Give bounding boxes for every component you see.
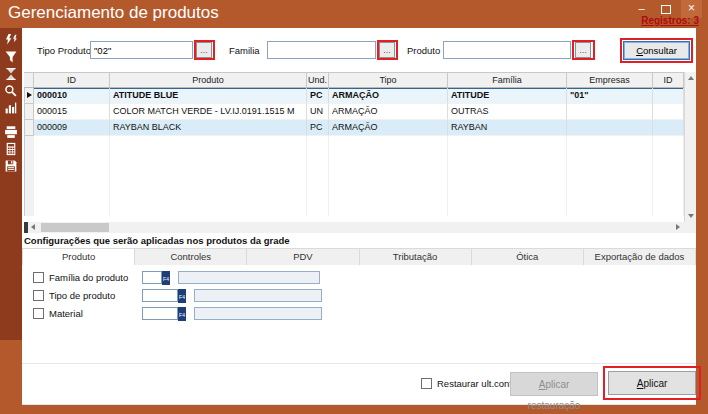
empty-row bbox=[24, 168, 684, 184]
grid-header-und[interactable]: Und. bbox=[307, 73, 329, 87]
cell-empresas bbox=[567, 104, 653, 120]
cell-id2 bbox=[653, 120, 684, 136]
apply-rest: plicar bbox=[643, 378, 667, 389]
horizontal-scrollbar[interactable] bbox=[24, 222, 696, 233]
cell-id: 000010 bbox=[34, 88, 110, 104]
consultar-accel: C bbox=[636, 45, 643, 56]
scrollbar-thumb[interactable] bbox=[41, 223, 109, 232]
cell-empty bbox=[34, 200, 110, 216]
main-content: Tipo Produto ... Familia ... Produto ...… bbox=[22, 28, 696, 405]
config-section-title: Configurações que serão aplicadas nos pr… bbox=[24, 235, 290, 246]
consultar-rest: onsultar bbox=[643, 45, 677, 56]
refresh-icon[interactable] bbox=[4, 33, 18, 47]
familia-description-field bbox=[178, 271, 320, 284]
tipo-produto-input[interactable] bbox=[90, 41, 193, 59]
cell-empty bbox=[653, 200, 684, 216]
cell-id2 bbox=[653, 104, 684, 120]
material-description-field bbox=[194, 307, 322, 320]
produto-input[interactable] bbox=[443, 41, 571, 59]
restore-config-row: Restaurar ult.config. bbox=[421, 378, 522, 389]
tipo-produto-checkbox[interactable] bbox=[33, 290, 44, 301]
cell-empresas: "01" bbox=[567, 88, 653, 104]
title-bar: Gerenciamento de produtos – × Registros:… bbox=[0, 0, 708, 28]
produto-lookup-button[interactable]: ... bbox=[575, 42, 591, 58]
hourglass-icon[interactable] bbox=[4, 67, 18, 81]
cell-familia: RAYBAN bbox=[448, 120, 567, 136]
calculator-icon[interactable] bbox=[4, 142, 18, 156]
zoom-icon[interactable] bbox=[4, 84, 18, 98]
tab-controles[interactable]: Controles bbox=[135, 248, 247, 266]
row-selector bbox=[24, 200, 34, 216]
cell-empty bbox=[307, 200, 329, 216]
tab-produto[interactable]: Produto bbox=[22, 248, 135, 266]
familia-input[interactable] bbox=[267, 41, 376, 59]
empty-row bbox=[24, 200, 684, 216]
empty-row bbox=[24, 184, 684, 200]
tipo-produto-lookup-button[interactable]: ... bbox=[196, 42, 212, 58]
cell-und: UN bbox=[307, 104, 329, 120]
familia-label: Familia bbox=[229, 45, 260, 56]
cell-empty bbox=[448, 168, 567, 184]
grid-header-produto[interactable]: Produto bbox=[110, 73, 307, 87]
tipo-f4-lookup-button[interactable]: F4 bbox=[178, 289, 186, 303]
cell-empty bbox=[34, 184, 110, 200]
cell-empty bbox=[110, 136, 307, 152]
maximize-icon bbox=[661, 5, 671, 14]
grid-header-id[interactable]: ID bbox=[34, 73, 110, 87]
table-row[interactable]: 000015 COLOR MATCH VERDE - LV.IJ.0191.15… bbox=[24, 104, 684, 120]
tab-tributacao[interactable]: Tributação bbox=[360, 248, 472, 266]
cell-empty bbox=[448, 184, 567, 200]
grid-header-empresas[interactable]: Empresas bbox=[567, 73, 653, 87]
material-checkbox[interactable] bbox=[33, 308, 44, 319]
save-icon[interactable] bbox=[4, 159, 18, 173]
table-row[interactable]: 000010 ATITUDE BLUE PC ARMAÇÃO ATITUDE "… bbox=[24, 88, 684, 104]
grid-header-tipo[interactable]: Tipo bbox=[329, 73, 448, 87]
cell-familia: ATITUDE bbox=[448, 88, 567, 104]
material-checkbox-row: Material bbox=[33, 308, 83, 319]
registros-link[interactable]: Registros: 3 bbox=[641, 15, 699, 26]
scroll-left-icon[interactable] bbox=[31, 224, 35, 230]
familia-f4-lookup-button[interactable]: F4 bbox=[162, 271, 170, 285]
empty-row bbox=[24, 136, 684, 152]
material-code-field[interactable] bbox=[142, 307, 178, 320]
grid-corner bbox=[24, 222, 28, 233]
tipo-description-field bbox=[194, 289, 322, 302]
material-f4-lookup-button[interactable]: F4 bbox=[178, 307, 186, 321]
familia-lookup-button[interactable]: ... bbox=[379, 42, 395, 58]
cell-empty bbox=[329, 136, 448, 152]
tab-pdv[interactable]: PDV bbox=[247, 248, 359, 266]
print-icon[interactable] bbox=[4, 125, 18, 139]
cell-empty bbox=[448, 136, 567, 152]
chart-icon[interactable] bbox=[4, 101, 18, 115]
tipo-code-field[interactable] bbox=[142, 289, 178, 302]
tipo-produto-label: Tipo Produto bbox=[37, 45, 91, 56]
tipo-produto-checkbox-label: Tipo de produto bbox=[49, 290, 115, 301]
cell-empty bbox=[307, 136, 329, 152]
grid-header-familia[interactable]: Família bbox=[448, 73, 567, 87]
familia-code-field[interactable] bbox=[142, 271, 162, 284]
cell-und: PC bbox=[307, 120, 329, 136]
consultar-button[interactable]: Consultar bbox=[623, 41, 690, 60]
tab-exportacao[interactable]: Exportação de dados bbox=[584, 248, 696, 266]
grid-header-id2[interactable]: ID bbox=[653, 73, 684, 87]
scroll-right-icon[interactable] bbox=[676, 224, 680, 230]
apply-button[interactable]: Aplicar bbox=[608, 371, 696, 395]
scroll-down-icon[interactable] bbox=[688, 214, 694, 218]
cell-empty bbox=[34, 168, 110, 184]
cell-empty bbox=[653, 168, 684, 184]
cell-produto: COLOR MATCH VERDE - LV.IJ.0191.1515 M bbox=[110, 104, 307, 120]
vertical-scrollbar[interactable] bbox=[684, 72, 696, 222]
restore-config-checkbox[interactable] bbox=[421, 378, 432, 389]
cell-und: PC bbox=[307, 88, 329, 104]
cell-empty bbox=[307, 152, 329, 168]
table-row[interactable]: 000009 RAYBAN BLACK PC ARMAÇÃO RAYBAN bbox=[24, 120, 684, 136]
filter-icon[interactable] bbox=[4, 50, 18, 64]
tab-otica[interactable]: Ótica bbox=[472, 248, 584, 266]
cell-empty bbox=[110, 184, 307, 200]
scroll-up-icon[interactable] bbox=[688, 76, 694, 80]
row-selector bbox=[24, 184, 34, 200]
cell-empty bbox=[653, 152, 684, 168]
row-selector bbox=[24, 88, 34, 104]
familia-produto-checkbox-row: Família do produto bbox=[33, 272, 128, 283]
familia-produto-checkbox[interactable] bbox=[33, 272, 44, 283]
